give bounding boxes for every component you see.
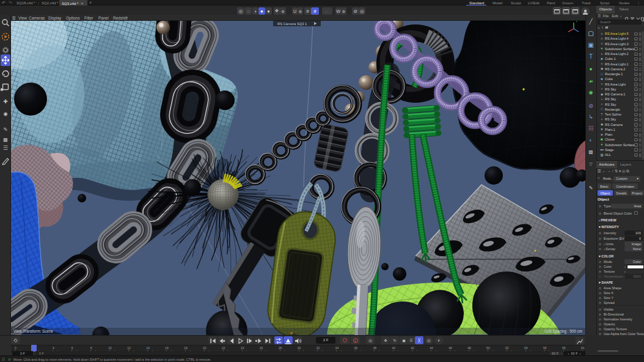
svg-text:View Transform: Scene: View Transform: Scene xyxy=(13,329,53,333)
svg-text:RS Camera SQ3 1: RS Camera SQ3 1 xyxy=(277,22,307,26)
svg-text:Perspective: Perspective xyxy=(12,22,32,26)
svg-text:Grid Spacing : 500 cm: Grid Spacing : 500 cm xyxy=(544,329,582,334)
